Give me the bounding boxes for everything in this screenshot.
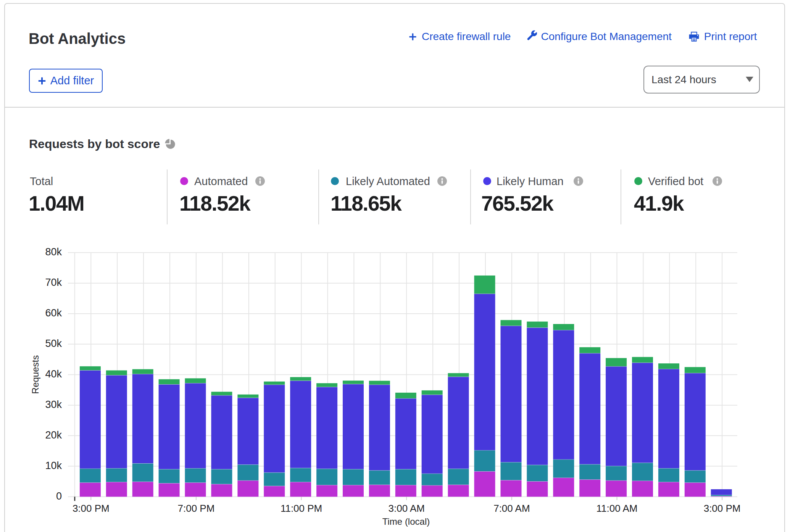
svg-text:20k: 20k [45, 429, 62, 441]
svg-text:80k: 80k [45, 246, 62, 258]
svg-text:30k: 30k [45, 399, 62, 410]
svg-text:0: 0 [56, 490, 62, 502]
svg-text:10k: 10k [45, 460, 62, 471]
svg-text:11:00 AM: 11:00 AM [597, 503, 638, 514]
svg-text:70k: 70k [45, 277, 62, 288]
svg-text:Time (local): Time (local) [382, 516, 430, 527]
svg-text:11:00 PM: 11:00 PM [281, 503, 322, 514]
svg-text:3:00 PM: 3:00 PM [704, 503, 741, 514]
svg-text:3:00 AM: 3:00 AM [388, 503, 424, 514]
svg-text:Requests: Requests [30, 355, 40, 394]
svg-text:7:00 PM: 7:00 PM [177, 503, 214, 514]
svg-text:3:00 PM: 3:00 PM [73, 503, 110, 514]
svg-text:50k: 50k [45, 338, 62, 349]
svg-text:40k: 40k [45, 368, 62, 380]
svg-text:7:00 AM: 7:00 AM [493, 503, 530, 514]
svg-text:60k: 60k [45, 307, 62, 319]
